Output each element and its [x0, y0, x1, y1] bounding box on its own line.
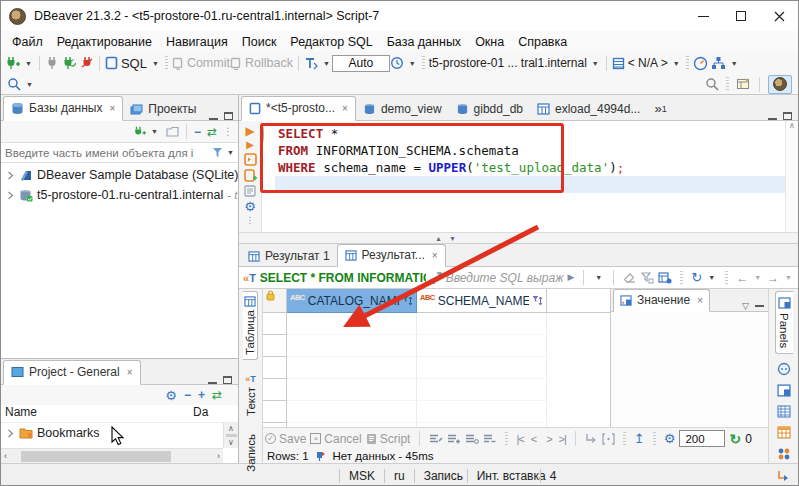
previous-row-button[interactable]: < — [531, 433, 536, 445]
script-button[interactable]: Script — [366, 432, 411, 446]
disconnect-plug-icon[interactable] — [80, 56, 94, 70]
export-results-icon[interactable]: ↥ — [634, 432, 645, 445]
result-grid[interactable]: ABC CATALOG_NAME ABC SCHEMA_NAME — [263, 289, 610, 427]
chevron-down-icon[interactable]: ▼ — [785, 274, 792, 281]
menu-navigation[interactable]: Навигация — [159, 33, 235, 51]
scrollbar-thumb[interactable] — [21, 451, 171, 462]
reconnect-plug-icon[interactable] — [62, 56, 77, 70]
chevron-down-icon[interactable]: ▼ — [731, 60, 738, 67]
fetch-size-input[interactable]: 200 — [679, 430, 725, 447]
dbeaver-perspective-button[interactable] — [768, 75, 792, 94]
connection-selector[interactable]: t5-prostore-01 ... tral1.internal ▼ — [429, 56, 601, 70]
collapse-all-icon[interactable]: − — [194, 126, 201, 138]
last-row-button[interactable]: >| — [559, 433, 566, 445]
write-mode-indicator[interactable]: Запись — [415, 469, 467, 483]
new-connection-button[interactable]: ▼ — [5, 56, 34, 70]
auto-refresh-icon[interactable]: ↻ — [729, 432, 741, 446]
scroll-up-icon[interactable]: ∧ — [789, 121, 795, 130]
filter-funnel-icon[interactable] — [212, 147, 225, 159]
custom-filter-icon[interactable] — [658, 272, 672, 284]
filter-placeholder-text[interactable]: Введите SQL выраж — [446, 271, 564, 285]
close-button[interactable] — [760, 1, 798, 31]
menu-sql-editor[interactable]: Редактор SQL — [283, 33, 379, 51]
column-filter-sort-icon[interactable] — [402, 295, 413, 307]
insert-mode-indicator[interactable]: Инт. вставка — [468, 469, 540, 483]
tree-item-sample-db[interactable]: DBeaver Sample Database (SQLite) — [1, 165, 238, 185]
link-with-editor-icon[interactable]: ⇄ — [207, 126, 217, 138]
minimize-panel-icon[interactable] — [208, 382, 217, 384]
new-folder-icon[interactable] — [166, 126, 179, 137]
calc-panel-icon[interactable] — [777, 426, 791, 439]
panels-tab[interactable]: Panels — [775, 291, 793, 354]
column-filter-sort-icon[interactable] — [532, 295, 543, 307]
tab-exload[interactable]: exload_4994d... — [530, 98, 647, 121]
expand-all-icon[interactable]: + — [198, 389, 205, 401]
view-menu-icon[interactable]: ⋮ — [223, 127, 233, 137]
menu-database[interactable]: База данных — [380, 33, 468, 51]
panel-toggle-icon[interactable] — [777, 384, 791, 397]
rollback-button[interactable]: Rollback — [230, 56, 293, 70]
grid-column-schema[interactable] — [417, 313, 547, 427]
maximize-panel-icon[interactable] — [223, 376, 232, 384]
execute-script-icon[interactable] — [244, 153, 257, 166]
tab-result-1[interactable]: Результат 1 — [241, 246, 337, 267]
caret-position-indicator[interactable]: 4 — [541, 469, 566, 483]
next-row-button[interactable]: > — [546, 433, 551, 445]
grouping-panel-icon[interactable] — [777, 447, 791, 461]
sql-code[interactable]: SELECT *FROM INFORMATION_SCHEMA.schemata… — [275, 121, 785, 232]
tab-projects[interactable]: Проекты — [123, 98, 203, 121]
sash-down-icon[interactable]: ▼ — [449, 235, 456, 242]
chevron-down-icon[interactable]: ▼ — [592, 60, 599, 67]
chevron-down-icon[interactable]: ▼ — [25, 60, 32, 67]
more-icon[interactable]: ⋮ — [246, 216, 255, 225]
filter-query-text[interactable]: SELECT * FROM INFORMATION_SCH — [260, 271, 426, 285]
delete-row-icon[interactable] — [483, 433, 497, 444]
first-row-button[interactable]: |< — [516, 433, 523, 445]
collapse-all-icon[interactable]: − — [184, 389, 191, 401]
edit-row-icon[interactable] — [429, 433, 443, 444]
grid-corner-cell[interactable] — [263, 289, 287, 313]
tab-databases[interactable]: Базы данных × — [3, 96, 123, 121]
tab-demo-view[interactable]: demo_view — [356, 98, 449, 121]
chevron-down-icon[interactable]: ▼ — [152, 60, 159, 67]
tab-gibdd-db[interactable]: gibdd_db — [449, 98, 530, 121]
menu-search[interactable]: Поиск — [235, 33, 284, 51]
fold-collapse-icon[interactable] — [262, 126, 264, 142]
chevron-down-icon[interactable]: ▼ — [673, 60, 680, 67]
scroll-down-icon[interactable]: ∨ — [228, 438, 234, 447]
editor-results-sash[interactable]: ▲ ▼ — [239, 232, 798, 244]
transaction-auto-combo[interactable]: Auto — [332, 55, 390, 72]
duplicate-row-icon[interactable] — [465, 433, 479, 444]
minimize-panel-icon[interactable] — [755, 305, 764, 307]
pin-icon[interactable] — [315, 450, 327, 462]
locale-indicator[interactable]: ru — [385, 469, 414, 483]
execute-script-new-icon[interactable] — [244, 169, 257, 182]
references-panel-icon[interactable] — [777, 469, 791, 482]
chevron-down-icon[interactable]: ▼ — [323, 60, 330, 67]
maximize-panel-icon[interactable] — [783, 112, 792, 120]
nav-forward-icon[interactable]: → — [767, 272, 779, 284]
minimize-panel-icon[interactable] — [768, 118, 777, 120]
column-header-catalog-name[interactable]: ABC CATALOG_NAME — [287, 289, 417, 313]
nav-back-icon[interactable]: ← — [736, 272, 748, 284]
gear-icon[interactable]: ⚙ — [244, 200, 256, 213]
project-horizontal-scrollbar[interactable]: ‹ › — [1, 448, 223, 463]
connect-plug-icon[interactable] — [45, 56, 59, 70]
menu-windows[interactable]: Окна — [468, 33, 511, 51]
menu-help[interactable]: Справка — [511, 33, 574, 51]
tab-script-7[interactable]: *<t5-prosto... × — [241, 96, 356, 121]
commit-button[interactable]: Commit — [172, 56, 230, 70]
chevron-down-icon[interactable]: ▼ — [409, 60, 416, 67]
expand-filter-icon[interactable] — [430, 272, 442, 284]
chevron-down-icon[interactable]: ▼ — [151, 128, 158, 135]
explain-plan-icon[interactable] — [244, 185, 256, 197]
dashboard-icon[interactable] — [693, 56, 708, 71]
new-connection-small-button[interactable]: ▼ — [133, 126, 160, 138]
sash-up-icon[interactable]: ▲ — [435, 235, 442, 242]
gear-icon[interactable]: ⚙ — [165, 389, 177, 402]
metadata-panel-icon[interactable] — [777, 405, 791, 418]
apply-filter-icon[interactable]: ▶ — [567, 273, 574, 282]
execute-new-tab-icon[interactable]: ▶ — [246, 140, 254, 150]
tab-overflow-indicator[interactable]: » 1 — [647, 97, 673, 121]
search-icon[interactable] — [705, 77, 719, 91]
